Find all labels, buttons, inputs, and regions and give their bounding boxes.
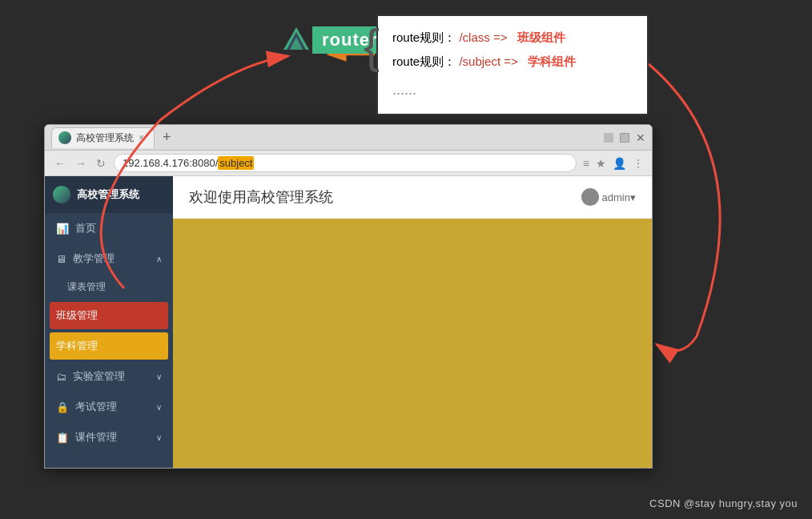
- url-bar[interactable]: 192.168.4.176:8080/subject: [114, 154, 577, 172]
- sidebar-item-courseware-label: 课件管理: [75, 430, 117, 445]
- admin-label: admin▾: [602, 191, 636, 203]
- exam-icon: 🔒: [56, 401, 69, 413]
- app-content: 高校管理系统 📊 首页 🖥 教学管理 ∧ 课表管理 班级管理: [45, 176, 652, 468]
- tab-favicon: [58, 131, 71, 144]
- route1-prefix: route规则：: [392, 30, 456, 44]
- route1-path: /class =>: [459, 30, 507, 44]
- annotation-dots: ......: [392, 75, 633, 104]
- tab-title: 高校管理系统: [76, 131, 134, 145]
- sidebar-item-courseware[interactable]: 📋 课件管理 ∨: [45, 422, 173, 453]
- sidebar-logo: 高校管理系统: [45, 176, 173, 213]
- window-controls: ✕: [604, 132, 645, 143]
- minimize-button[interactable]: [604, 133, 613, 143]
- sidebar-app-title: 高校管理系统: [77, 187, 139, 202]
- home-icon: 📊: [56, 223, 69, 235]
- sidebar-item-exam-label: 考试管理: [75, 400, 117, 414]
- bookmark-icon: ★: [596, 157, 606, 170]
- sidebar-item-class-label: 班级管理: [56, 308, 98, 323]
- route-rule-2: route规则： /subject => 学科组件: [392, 50, 633, 74]
- chevron-down-courseware-icon: ∨: [156, 433, 162, 442]
- sidebar-item-home[interactable]: 📊 首页: [45, 213, 173, 243]
- admin-avatar: [581, 188, 599, 206]
- maximize-button[interactable]: [620, 133, 629, 143]
- lab-icon: 🗂: [56, 371, 66, 383]
- sidebar-item-teaching-label: 教学管理: [73, 251, 115, 266]
- browser-tabbar: 高校管理系统 × + ✕: [45, 125, 652, 151]
- extensions-icon: ≡: [583, 157, 589, 170]
- forward-button[interactable]: →: [74, 157, 88, 170]
- page-title: 欢迎使用高校管理系统: [189, 187, 333, 207]
- sidebar-item-schedule-label: 课表管理: [67, 281, 106, 292]
- tab-close-button[interactable]: ×: [139, 132, 144, 143]
- courseware-icon: 📋: [56, 432, 69, 444]
- sidebar-item-class[interactable]: 班级管理: [50, 302, 168, 329]
- main-header: 欢迎使用高校管理系统 admin▾: [173, 176, 652, 219]
- main-content: [173, 219, 652, 468]
- sidebar-item-teaching[interactable]: 🖥 教学管理 ∧: [45, 243, 173, 274]
- sidebar-item-lab-label: 实验室管理: [73, 369, 125, 384]
- sidebar-item-schedule[interactable]: 课表管理: [45, 274, 173, 300]
- main-area: 欢迎使用高校管理系统 admin▾: [173, 176, 652, 468]
- sidebar-item-home-label: 首页: [75, 221, 96, 235]
- sidebar-item-subject-label: 学科管理: [56, 339, 98, 353]
- profile-icon: 👤: [613, 157, 626, 170]
- chevron-down-exam-icon: ∨: [156, 403, 162, 412]
- menu-icon: ⋮: [633, 157, 644, 170]
- annotation-box: route规则： /class => 班级组件 route规则： /subjec…: [376, 14, 649, 115]
- vue-logo-icon: [280, 24, 312, 56]
- url-highlight: subject: [218, 156, 254, 170]
- new-tab-button[interactable]: +: [158, 129, 176, 146]
- teaching-icon: 🖥: [56, 253, 66, 265]
- watermark: CSDN @stay hungry,stay you: [649, 497, 798, 509]
- sidebar-item-lab[interactable]: 🗂 实验室管理 ∨: [45, 361, 173, 392]
- route2-component: 学科组件: [528, 54, 576, 68]
- browser-window: 高校管理系统 × + ✕ ← → ↻ 192.168.4.176:8080/su…: [44, 124, 653, 469]
- admin-badge[interactable]: admin▾: [581, 188, 636, 206]
- route-rule-1: route规则： /class => 班级组件: [392, 26, 633, 50]
- sidebar: 高校管理系统 📊 首页 🖥 教学管理 ∧ 课表管理 班级管理: [45, 176, 173, 468]
- browser-addressbar: ← → ↻ 192.168.4.176:8080/subject ≡ ★ 👤 ⋮: [45, 151, 652, 176]
- back-button[interactable]: ←: [53, 157, 67, 170]
- close-button[interactable]: ✕: [636, 132, 645, 143]
- chevron-up-icon: ∧: [156, 255, 162, 264]
- route1-component: 班级组件: [517, 30, 565, 44]
- route2-prefix: route规则：: [392, 54, 456, 68]
- chevron-down-lab-icon: ∨: [156, 372, 162, 381]
- reload-button[interactable]: ↻: [94, 157, 107, 170]
- address-bar-icons: ≡ ★ 👤 ⋮: [583, 157, 644, 170]
- sidebar-menu: 📊 首页 🖥 教学管理 ∧ 课表管理 班级管理 学科管理: [45, 213, 173, 453]
- route2-path: /subject =>: [459, 54, 517, 68]
- sidebar-item-exam[interactable]: 🔒 考试管理 ∨: [45, 392, 173, 422]
- browser-tab[interactable]: 高校管理系统 ×: [51, 127, 155, 148]
- url-base: 192.168.4.176:8080/: [123, 157, 218, 169]
- sidebar-logo-icon: [53, 186, 70, 203]
- sidebar-item-subject[interactable]: 学科管理: [50, 332, 168, 360]
